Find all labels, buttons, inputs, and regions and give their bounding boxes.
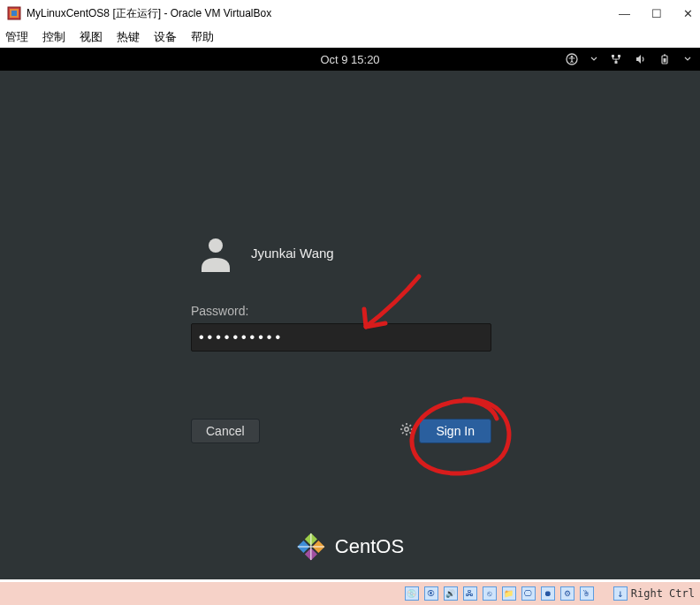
- svg-line-17: [402, 425, 404, 427]
- window-minimize-button[interactable]: —: [619, 7, 630, 20]
- login-panel: Jyunkai Wang Password: Cancel Sign In: [191, 233, 509, 443]
- virtualbox-icon: [7, 6, 21, 20]
- battery-icon[interactable]: [659, 53, 672, 65]
- status-network-icon[interactable]: 🖧: [463, 586, 477, 601]
- menu-control[interactable]: 控制: [42, 30, 65, 45]
- svg-rect-2: [11, 11, 17, 16]
- status-audio-icon[interactable]: 🔊: [444, 586, 458, 601]
- status-hdd-icon[interactable]: 💿: [405, 586, 419, 601]
- centos-text: CentOS: [335, 535, 404, 558]
- gnome-topbar: Oct 9 15:20: [0, 48, 700, 71]
- chevron-down-icon-2[interactable]: [684, 56, 691, 63]
- svg-point-4: [571, 56, 574, 58]
- cancel-button[interactable]: Cancel: [191, 419, 260, 443]
- vbox-statusbar: 💿 ⦿ 🔊 🖧 ⎋ 📁 🖵 ⏺ ⚙ 🖱 ↓ Right Ctrl: [0, 582, 700, 605]
- menu-view[interactable]: 视图: [80, 30, 103, 45]
- accessibility-icon[interactable]: [566, 53, 578, 65]
- network-icon[interactable]: [610, 53, 622, 65]
- status-display-icon[interactable]: 🖵: [521, 586, 536, 601]
- svg-point-11: [209, 238, 223, 253]
- menu-manage[interactable]: 管理: [5, 30, 28, 45]
- host-key-indicator[interactable]: ↓ Right Ctrl: [613, 586, 695, 601]
- status-cpu-icon[interactable]: ⚙: [560, 586, 574, 601]
- status-shared-icon[interactable]: 📁: [502, 586, 516, 601]
- login-username: Jyunkai Wang: [251, 246, 334, 261]
- svg-rect-5: [612, 55, 614, 57]
- host-key-arrow-icon: ↓: [613, 586, 628, 601]
- menu-help[interactable]: 帮助: [191, 30, 214, 45]
- svg-line-19: [402, 432, 404, 434]
- svg-rect-7: [615, 61, 618, 64]
- chevron-down-icon[interactable]: [590, 56, 597, 63]
- svg-rect-6: [618, 55, 620, 57]
- topbar-datetime[interactable]: Oct 9 15:20: [320, 53, 379, 66]
- svg-rect-9: [664, 55, 666, 57]
- password-input[interactable]: [191, 323, 491, 352]
- user-avatar-icon: [196, 233, 235, 272]
- centos-logo: CentOS: [296, 532, 404, 562]
- window-title: MyLinuxCentOS8 [正在运行] - Oracle VM Virtua…: [27, 6, 271, 21]
- menu-bar: 管理 控制 视图 热键 设备 帮助: [0, 26, 700, 48]
- host-key-label: Right Ctrl: [631, 587, 695, 600]
- svg-point-12: [405, 427, 408, 431]
- status-recording-icon[interactable]: ⏺: [541, 586, 555, 601]
- window-close-button[interactable]: ✕: [683, 7, 693, 20]
- menu-hotkeys[interactable]: 热键: [117, 30, 140, 45]
- vm-screen: Oct 9 15:20: [0, 48, 700, 579]
- volume-icon[interactable]: [635, 53, 647, 65]
- status-usb-icon[interactable]: ⎋: [483, 586, 497, 601]
- svg-rect-10: [664, 58, 666, 63]
- signin-button[interactable]: Sign In: [419, 419, 491, 443]
- menu-devices[interactable]: 设备: [154, 30, 177, 45]
- centos-mark-icon: [296, 532, 326, 562]
- gear-icon[interactable]: [399, 422, 414, 440]
- status-mouse-icon[interactable]: 🖱: [580, 586, 594, 601]
- window-maximize-button[interactable]: ☐: [651, 7, 662, 20]
- status-optical-icon[interactable]: ⦿: [424, 586, 438, 601]
- password-label: Password:: [191, 304, 509, 318]
- window-titlebar: MyLinuxCentOS8 [正在运行] - Oracle VM Virtua…: [0, 0, 700, 26]
- svg-line-18: [410, 432, 412, 434]
- svg-line-20: [410, 425, 412, 427]
